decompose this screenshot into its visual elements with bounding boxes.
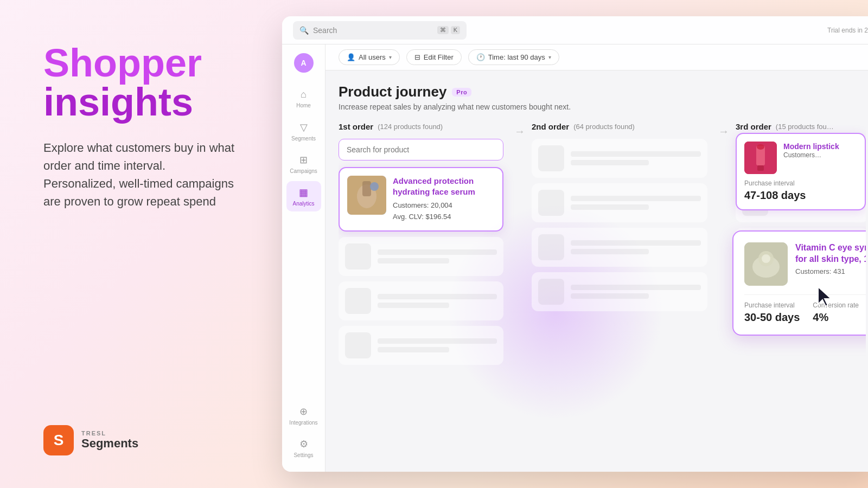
all-users-button[interactable]: 👤 All users ▾ [339,49,400,65]
edit-filter-label: Edit Filter [424,53,454,61]
chevron-down-icon: ▾ [389,54,392,60]
product-info-1: Advanced protection hydrating face serum… [393,176,495,223]
skel-img-c2-1 [538,145,564,171]
app-window: 🔍 Search ⌘ K Trial ends in 2 A ⌂ Home ▽ … [282,16,868,472]
home-icon: ⌂ [301,89,307,100]
detail-stats: Purchase interval 30-50 days Conversion … [744,294,866,324]
chevron-down-icon-2: ▾ [548,54,551,60]
skel-line-short [378,258,449,264]
stat-value-interval: 30-50 days [744,311,800,324]
page-title: Product journey [339,84,446,100]
skel-line-2 [378,294,497,299]
third-card-info: Modern lipstick Customers… [783,142,839,174]
page-title-row: Product journey Pro [339,84,866,100]
all-users-label: All users [359,53,386,61]
sidebar-item-integrations[interactable]: ⊕ Integrations [286,400,321,431]
svg-point-3 [370,182,379,191]
col-separator-1: → [512,122,532,461]
sidebar-item-label: Segments [291,136,316,142]
skeleton-row-2 [339,281,503,320]
sidebar-item-label: Settings [293,452,313,458]
lipstick-customers: Customers… [783,151,839,159]
skel-lines-c2-2 [571,196,701,210]
k-key: K [451,26,460,34]
col1-title: 1st order [339,122,373,131]
clock-icon: 🕐 [476,53,485,61]
skel-img-3 [345,332,371,358]
skel-lines [378,249,497,264]
skel-lines-c2-4 [571,285,701,299]
product-image-1 [347,176,386,215]
headline: Shopper insights [43,43,239,121]
col2-skeleton-3 [532,228,707,267]
headline-shopper: Shopper [43,43,239,82]
product-search-input[interactable] [339,139,503,160]
filter-icon: ⊟ [414,53,420,61]
lipstick-image [744,142,777,174]
detail-card-top: Vitamin C eye syrum for all skin type, 1… [744,242,866,286]
cmd-key: ⌘ [437,26,449,34]
skel-line-3 [378,338,497,344]
svg-rect-2 [362,181,371,196]
sidebar-item-analytics[interactable]: ▦ Analytics [286,181,321,211]
col2-count: (64 products found) [573,123,635,131]
sidebar-item-home[interactable]: ⌂ Home [286,84,321,114]
search-box[interactable]: 🔍 Search ⌘ K [293,21,467,40]
left-panel: Shopper insights Explore what customers … [0,0,271,488]
skel-lines-3 [378,338,497,352]
settings-icon: ⚙ [299,438,308,450]
journey-area: 1st order (124 products found) [339,122,866,461]
svg-point-10 [757,144,764,150]
skel-img-c2-4 [538,279,564,305]
lipstick-interval-label: Purchase interval [744,179,857,187]
page-header: Product journey Pro Increase repeat sale… [339,84,866,111]
skel-line-short-3 [378,347,449,352]
sidebar-item-label: Analytics [292,201,314,207]
sidebar-item-campaigns[interactable]: ⊞ Campaigns [286,149,321,179]
skeleton-row-1 [339,237,503,276]
detail-info: Vitamin C eye syrum for all skin type, 1… [795,242,866,286]
stat-label-interval: Purchase interval [744,301,800,309]
col2-title: 2nd order [532,122,569,131]
trial-text: Trial ends in 2 [827,27,868,34]
sidebar-item-settings[interactable]: ⚙ Settings [286,433,321,463]
sidebar-item-label: Integrations [289,420,317,426]
description: Explore what customers buy in what order… [43,139,239,210]
logo-brand: TRESL [81,430,138,436]
skel-lines-c2-1 [571,151,701,165]
user-avatar: A [294,53,314,73]
skel-img-c2-3 [538,234,564,260]
stat-block-interval: Purchase interval 30-50 days [744,301,800,324]
detail-product-image [744,242,788,286]
time-label: Time: last 90 days [488,53,545,61]
col2-header: 2nd order (64 products found) [532,122,707,131]
lipstick-card: Modern lipstick Customers… Purchase inte… [736,133,866,210]
logo-letter: S [54,432,64,449]
sidebar-item-segments[interactable]: ▽ Segments [286,116,321,146]
left-content: Shopper insights Explore what customers … [43,43,239,210]
time-filter-button[interactable]: 🕐 Time: last 90 days ▾ [468,49,559,65]
product-customers-1: Customers: 20,004 [393,200,495,211]
journey-col-1: 1st order (124 products found) [339,122,512,461]
product-card-1: Advanced protection hydrating face serum… [339,167,503,232]
product-clv-1: Avg. CLV: $196.54 [393,211,495,223]
col2-skeleton-1 [532,139,707,178]
pro-badge: Pro [452,88,471,97]
third-card-top: Modern lipstick Customers… [744,142,857,174]
sidebar-item-label: Campaigns [290,168,317,174]
detail-product-name: Vitamin C eye syrum for all skin type, 1… [795,242,866,265]
skel-lines-2 [378,294,497,308]
campaigns-icon: ⊞ [299,154,308,166]
logo-icon: S [43,425,74,455]
skeleton-row-3 [339,326,503,365]
skel-img-2 [345,288,371,314]
lipstick-name: Modern lipstick [783,142,839,151]
logo-product: Segments [81,436,138,451]
headline-insights: insights [43,82,239,121]
edit-filter-button[interactable]: ⊟ Edit Filter [406,49,462,65]
logo-text: TRESL Segments [81,430,138,451]
search-label: Search [313,26,337,35]
integrations-icon: ⊕ [299,406,308,418]
page-subtitle: Increase repeat sales by analyzing what … [339,102,866,111]
skel-lines-c2-3 [571,240,701,254]
